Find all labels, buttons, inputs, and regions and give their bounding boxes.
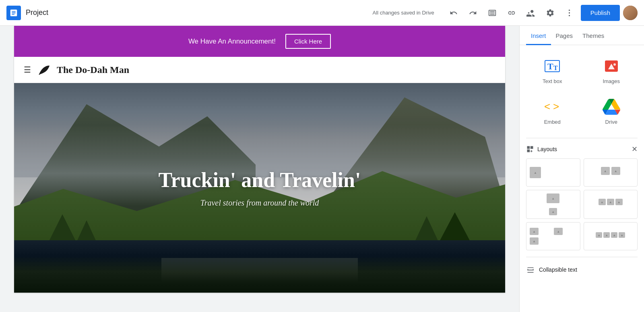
images-icon-wrapper (602, 56, 621, 76)
canvas-area: We Have An Announcement! Click Here ☰ Th… (0, 26, 519, 312)
textbox-label: Text box (543, 78, 562, 84)
layouts-title-row: Layouts (526, 145, 557, 153)
drive-icon-wrapper (602, 97, 621, 116)
hamburger-icon[interactable]: ☰ (24, 65, 31, 75)
announcement-text: We Have An Announcement! (188, 37, 276, 46)
hero-title: Truckin' and Travelin' (159, 168, 361, 192)
collapsible-icon (526, 265, 535, 274)
layout-card-2[interactable] (584, 158, 638, 187)
svg-point-0 (569, 9, 570, 10)
insert-items-grid: T T Text box Images (526, 53, 638, 128)
svg-text:T: T (547, 61, 553, 71)
site-title: The Do-Dah Man (57, 64, 129, 75)
collapsible-text-row[interactable]: Collapsible text (526, 264, 638, 276)
drive-label: Drive (605, 119, 617, 125)
svg-text:<: < (544, 100, 550, 112)
main-area: We Have An Announcement! Click Here ☰ Th… (0, 26, 644, 312)
hero-section: Truckin' and Travelin' Travel stories fr… (14, 83, 505, 293)
layout-card-4[interactable] (584, 190, 638, 219)
layouts-icon (526, 145, 534, 153)
layout-card-3[interactable] (526, 190, 580, 219)
site-logo-icon (37, 63, 50, 76)
svg-point-2 (569, 15, 570, 16)
save-status: All changes saved in Drive (373, 10, 434, 16)
layout-card-1[interactable] (526, 158, 580, 187)
svg-point-8 (613, 63, 616, 66)
layouts-section-header: Layouts ✕ (526, 145, 638, 154)
collapsible-divider (526, 257, 638, 257)
embed-label: Embed (544, 119, 561, 125)
tab-pages[interactable]: Pages (551, 26, 578, 45)
user-avatar[interactable] (623, 6, 638, 20)
site-canvas: We Have An Announcement! Click Here ☰ Th… (14, 26, 505, 293)
announcement-cta-button[interactable]: Click Here (285, 34, 331, 49)
settings-button[interactable] (542, 5, 558, 21)
layout-card-5[interactable] (526, 222, 580, 250)
more-options-button[interactable] (561, 5, 578, 21)
insert-embed[interactable]: < > Embed (526, 94, 579, 128)
textbox-icon-wrapper: T T (543, 56, 562, 76)
insert-images[interactable]: Images (585, 53, 638, 87)
announcement-bar: We Have An Announcement! Click Here (14, 26, 505, 57)
right-panel: Insert Pages Themes T T Text box (519, 26, 644, 312)
hero-subtitle: Travel stories from around the world (200, 198, 319, 208)
layout-card-6[interactable] (584, 222, 638, 250)
undo-button[interactable] (446, 5, 462, 21)
hero-content: Truckin' and Travelin' Travel stories fr… (14, 83, 505, 293)
tab-themes[interactable]: Themes (578, 26, 609, 45)
panel-tabs: Insert Pages Themes (520, 26, 644, 45)
tab-insert[interactable]: Insert (526, 26, 551, 45)
layouts-title: Layouts (537, 146, 557, 152)
preview-button[interactable] (484, 5, 500, 21)
panel-divider (526, 138, 638, 138)
publish-button[interactable]: Publish (581, 5, 620, 21)
insert-textbox[interactable]: T T Text box (526, 53, 579, 87)
link-button[interactable] (504, 5, 520, 21)
svg-text:T: T (553, 64, 558, 71)
document-title: Project (26, 8, 48, 17)
panel-content: T T Text box Images (520, 45, 644, 312)
redo-button[interactable] (465, 5, 481, 21)
images-label: Images (603, 78, 620, 84)
share-button[interactable] (523, 5, 539, 21)
topbar: Project All changes saved in Drive Publi… (0, 0, 644, 26)
svg-point-1 (569, 12, 570, 13)
embed-icon-wrapper: < > (543, 97, 562, 116)
svg-text:>: > (553, 100, 559, 112)
topbar-actions: Publish (446, 5, 638, 21)
layouts-collapse-button[interactable]: ✕ (632, 145, 638, 154)
site-header: ☰ The Do-Dah Man (14, 57, 505, 83)
app-logo[interactable] (6, 6, 21, 20)
insert-drive[interactable]: Drive (585, 94, 638, 128)
layouts-grid (526, 158, 638, 250)
collapsible-label: Collapsible text (539, 266, 577, 273)
